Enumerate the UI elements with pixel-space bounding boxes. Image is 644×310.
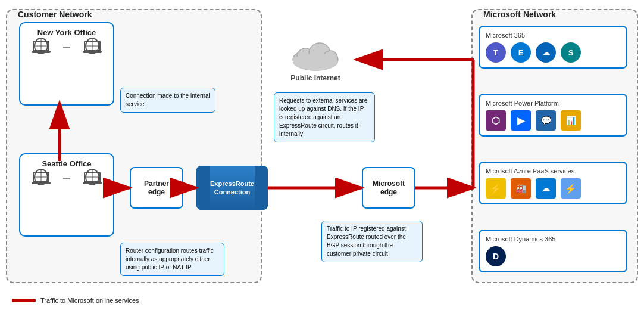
- sharepoint-icon: S: [561, 42, 581, 63]
- edge-icon: E: [511, 42, 531, 63]
- ms-network-boundary: Microsoft Network Microsoft 365 T E ☁ S …: [471, 9, 638, 283]
- ny-screen-1: [33, 41, 49, 51]
- expressroute-label: ExpressRouteConnection: [210, 179, 254, 197]
- power-va-icon: 💬: [536, 110, 556, 131]
- public-internet-label: Public Internet: [290, 74, 340, 82]
- partner-edge-label: Partneredge: [144, 179, 169, 196]
- ms365-icons: T E ☁ S: [486, 42, 620, 63]
- ms-network-label: Microsoft Network: [481, 10, 558, 19]
- azure-icon-3: ☁: [536, 178, 556, 199]
- seattle-office-label: Seattle Office: [25, 159, 108, 168]
- ny-callout-text: Connection made to the internal service: [126, 92, 210, 107]
- connector-line-1: [63, 46, 70, 48]
- dynamics-icons: D: [486, 246, 620, 266]
- svg-point-4: [293, 54, 338, 70]
- ms365-service-box: Microsoft 365 T E ☁ S: [479, 26, 627, 69]
- ny-laptop-2: [83, 41, 102, 53]
- power-bi-icon: 📊: [561, 110, 581, 131]
- expressroute-connection: ExpressRouteConnection: [196, 166, 268, 210]
- ny-computers: [25, 41, 108, 53]
- dynamics-icon: D: [486, 246, 506, 266]
- public-internet-cloud: Public Internet: [280, 33, 351, 86]
- globe-icon-3: [34, 169, 48, 185]
- teams-icon: T: [486, 42, 506, 63]
- azure-icon-2: 🏭: [511, 178, 531, 199]
- legend: Traffic to Microsoft online services: [12, 297, 139, 304]
- globe-icon-1: [34, 38, 48, 54]
- legend-label: Traffic to Microsoft online services: [40, 297, 139, 304]
- power-apps-icon: ⬡: [486, 110, 506, 131]
- seattle-laptop-2: [83, 172, 102, 184]
- ny-office-label: New York Office: [25, 28, 108, 37]
- seattle-screen-1: [33, 172, 49, 182]
- diagram: Customer Network New York Office: [0, 0, 644, 310]
- ms365-title: Microsoft 365: [486, 32, 620, 39]
- seattle-laptop-1: [32, 172, 51, 184]
- azure-title: Microsoft Azure PaaS services: [486, 168, 620, 175]
- ms-edge-callout-text: Traffic to IP registered against Express…: [327, 225, 406, 257]
- azure-icon-4: ⚡: [561, 178, 581, 199]
- ms-edge-box: Microsoftedge: [362, 167, 415, 209]
- ny-screen-2: [84, 41, 101, 51]
- ny-callout: Connection made to the internal service: [120, 88, 215, 113]
- dynamics-service-box: Microsoft Dynamics 365 D: [479, 230, 627, 272]
- customer-network-label: Customer Network: [15, 10, 94, 19]
- onedrive-icon: ☁: [536, 42, 556, 63]
- power-icons: ⬡ ▶ 💬 📊: [486, 110, 620, 131]
- power-platform-title: Microsoft Power Platform: [486, 100, 620, 107]
- expressroute-cylinder: ExpressRouteConnection: [196, 166, 268, 210]
- power-platform-box: Microsoft Power Platform ⬡ ▶ 💬 📊: [479, 94, 627, 137]
- dynamics-title: Microsoft Dynamics 365: [486, 235, 620, 243]
- azure-service-box: Microsoft Azure PaaS services ⚡ 🏭 ☁ ⚡: [479, 162, 627, 204]
- internet-callout: Requests to external services are looked…: [274, 92, 375, 142]
- seattle-callout-text: Router configuration routes traffic inte…: [126, 247, 214, 271]
- ny-laptop-1: [32, 41, 51, 53]
- internet-callout-text: Requests to external services are looked…: [279, 97, 367, 137]
- partner-edge-box: Partneredge: [130, 167, 183, 209]
- power-automate-icon: ▶: [511, 110, 531, 131]
- azure-icons: ⚡ 🏭 ☁ ⚡: [486, 178, 620, 199]
- connector-line-2: [63, 178, 70, 179]
- ms-edge-label: Microsoftedge: [373, 179, 405, 196]
- ms-edge-callout: Traffic to IP registered against Express…: [321, 221, 423, 262]
- azure-icon-1: ⚡: [486, 178, 506, 199]
- seattle-computers: [25, 172, 108, 184]
- seattle-callout: Router configuration routes traffic inte…: [120, 243, 224, 276]
- legend-line: [12, 299, 36, 302]
- seattle-office: Seattle Office: [19, 153, 114, 237]
- customer-network-boundary: Customer Network New York Office: [6, 9, 262, 283]
- seattle-screen-2: [84, 172, 101, 182]
- new-york-office: New York Office: [19, 22, 114, 106]
- cloud-svg: [289, 37, 342, 73]
